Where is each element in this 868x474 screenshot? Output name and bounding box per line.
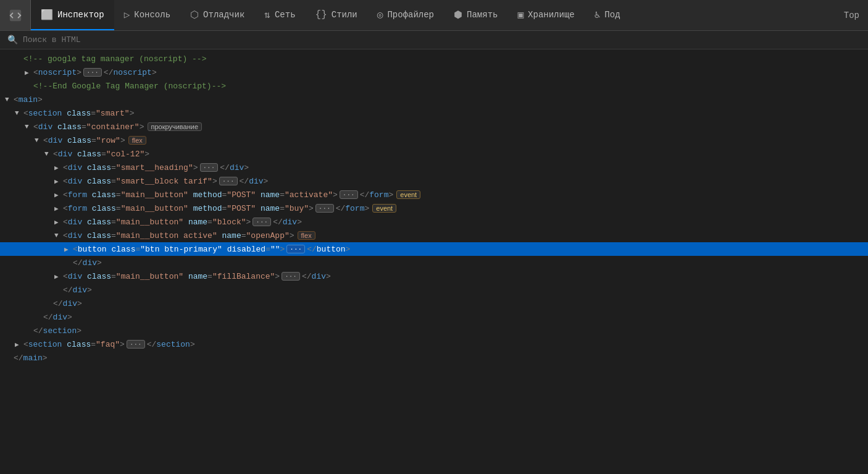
- html-line-div-row[interactable]: ▼ <div class="row" > flex: [0, 133, 868, 147]
- console-icon: ▷: [124, 9, 130, 21]
- event-badge-buy: event: [372, 204, 396, 213]
- tab-storage[interactable]: ▣ Хранилище: [507, 0, 584, 30]
- html-line-div-smart-heading[interactable]: ▶ <div class="smart__heading" > ··· </di…: [0, 161, 868, 174]
- styles-icon: {}: [315, 9, 327, 20]
- profiler-icon: ◎: [377, 9, 383, 21]
- search-icon: 🔍: [7, 35, 18, 45]
- ellipsis-button-btn-primary[interactable]: ···: [286, 245, 305, 253]
- memory-icon: ⬢: [454, 9, 462, 21]
- tab-inspector[interactable]: ⬜ Инспектор: [31, 0, 114, 30]
- network-icon: ⇅: [264, 9, 270, 21]
- tab-inspector-label: Инспектор: [57, 10, 104, 20]
- html-line-section-faq[interactable]: ▶ <section class="faq" > ··· </section>: [0, 337, 868, 351]
- inspector-content: <!-- google tag manager (noscript) --> ▶…: [0, 49, 868, 472]
- tab-profiler-label: Профайлер: [387, 10, 434, 20]
- ellipsis-noscript[interactable]: ···: [83, 68, 102, 77]
- tab-storage-label: Хранилище: [528, 10, 575, 20]
- html-line-button-btn-primary[interactable]: ▶ <button class="btn btn-primary" disabl…: [0, 242, 868, 256]
- ellipsis-div-main-button-block[interactable]: ···: [252, 218, 271, 226]
- toolbar: ⬜ Инспектор ▷ Консоль ⬡ Отладчик ⇅ Сеть …: [0, 0, 868, 31]
- html-line-gtm-comment[interactable]: <!-- google tag manager (noscript) -->: [0, 52, 868, 66]
- tab-console-label: Консоль: [134, 10, 170, 20]
- ellipsis-form-activate[interactable]: ···: [340, 190, 358, 199]
- search-bar: 🔍: [0, 31, 868, 49]
- flex-badge-openapp: flex: [298, 231, 315, 240]
- html-line-div-container[interactable]: ▼ <div class="container" > прокручивание: [0, 120, 868, 133]
- html-line-noscript[interactable]: ▶ <noscript> ··· </noscript>: [0, 66, 868, 79]
- html-line-main[interactable]: ▼ <main>: [0, 93, 868, 106]
- search-input[interactable]: [23, 35, 861, 44]
- ellipsis-smart-block-tarif[interactable]: ···: [219, 177, 238, 185]
- debugger-icon: ⬡: [190, 9, 199, 21]
- tab-accessibility-label: Под: [604, 10, 620, 20]
- tab-network[interactable]: ⇅ Сеть: [254, 0, 305, 30]
- tab-accessibility[interactable]: ♿ Под: [585, 0, 630, 30]
- devtools-logo: [0, 0, 31, 30]
- tab-memory[interactable]: ⬢ Память: [444, 0, 507, 30]
- html-line-close-div-openapp[interactable]: </div>: [0, 256, 868, 269]
- tab-styles-label: Стили: [332, 10, 357, 20]
- html-line-close-div-container[interactable]: </div>: [0, 310, 868, 324]
- flex-badge-row: flex: [128, 136, 146, 145]
- html-line-div-main-button-block[interactable]: ▶ <div class="main__button" name="block"…: [0, 215, 868, 229]
- html-line-form-buy[interactable]: ▶ <form class="main__button" method="POS…: [0, 201, 868, 215]
- accessibility-icon: ♿: [595, 9, 601, 21]
- event-badge-activate: event: [396, 190, 420, 199]
- tab-styles[interactable]: {} Стили: [306, 0, 367, 30]
- html-line-form-activate[interactable]: ▶ <form class="main__button" method="POS…: [0, 188, 868, 201]
- tab-debugger-label: Отладчик: [203, 10, 244, 20]
- svg-rect-0: [9, 9, 20, 20]
- ellipsis-section-faq[interactable]: ···: [127, 340, 145, 349]
- html-line-section-smart[interactable]: ▼ <section class="smart" >: [0, 106, 868, 120]
- html-line-end-gtm[interactable]: <!--End Google Tag Manager (noscript)-->: [0, 79, 868, 93]
- html-line-div-main-button-fillbalance[interactable]: ▶ <div class="main__button" name="fillBa…: [0, 269, 868, 283]
- html-line-close-div-col12[interactable]: </div>: [0, 283, 868, 297]
- top-button[interactable]: Top: [835, 0, 868, 30]
- html-line-div-smart-block-tarif[interactable]: ▶ <div class="smart__block tarif" > ··· …: [0, 174, 868, 188]
- top-button-label: Top: [844, 11, 859, 20]
- tab-console[interactable]: ▷ Консоль: [114, 0, 180, 30]
- tab-debugger[interactable]: ⬡ Отладчик: [180, 0, 254, 30]
- inspector-icon: ⬜: [41, 9, 53, 21]
- html-line-close-div-row[interactable]: </div>: [0, 297, 868, 310]
- ellipsis-div-main-button-fillbalance[interactable]: ···: [282, 272, 300, 281]
- html-line-close-main[interactable]: </main>: [0, 351, 868, 365]
- html-line-div-main-button-active-openapp[interactable]: ▼ <div class="main__button active" name=…: [0, 229, 868, 242]
- tab-profiler[interactable]: ◎ Профайлер: [367, 0, 444, 30]
- html-line-close-section-smart[interactable]: </section>: [0, 324, 868, 337]
- tab-memory-label: Память: [467, 10, 498, 20]
- ellipsis-smart-heading[interactable]: ···: [200, 163, 219, 172]
- tab-network-label: Сеть: [275, 10, 296, 20]
- html-line-div-col12[interactable]: ▼ <div class="col-12" >: [0, 147, 868, 161]
- ellipsis-form-buy[interactable]: ···: [315, 204, 334, 213]
- storage-icon: ▣: [517, 9, 524, 21]
- scroll-badge-container: прокручивание: [148, 122, 202, 131]
